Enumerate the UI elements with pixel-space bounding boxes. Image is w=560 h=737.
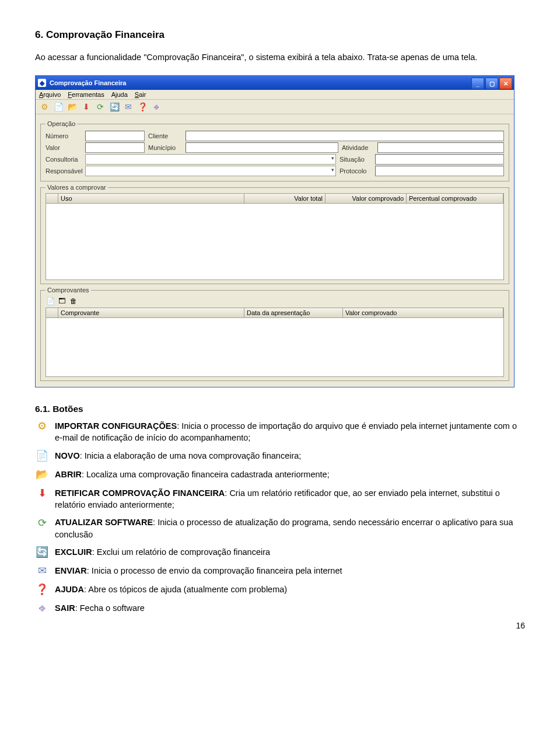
comprovantes-grid-body[interactable]: [46, 318, 504, 377]
combo-consultoria[interactable]: [85, 154, 336, 165]
col-perc: Percentual comprovado: [407, 194, 503, 203]
retify-icon[interactable]: ⬇: [81, 102, 92, 112]
label-consultoria: Consultoria: [46, 156, 82, 163]
maximize-button[interactable]: ▢: [485, 78, 498, 89]
field-numero[interactable]: [85, 131, 145, 141]
comprovantes-legend: Comprovantes: [46, 287, 91, 294]
gear-icon: ⚙: [35, 420, 49, 433]
legend-enviar: ✉ ENVIAR: Inicia o processo de envio da …: [35, 565, 525, 578]
legend-importar: ⚙ IMPORTAR CONFIGURAÇÕES: Inicia o proce…: [35, 420, 525, 444]
label-cliente: Cliente: [148, 132, 182, 139]
label-municipio: Município: [148, 144, 182, 151]
subsection-heading: 6.1. Botões: [35, 404, 525, 414]
menu-arquivo[interactable]: Arquivo: [39, 91, 61, 98]
arrow-down-icon: ⬇: [35, 487, 49, 500]
valores-grid-header: Uso Valor total Valor comprovado Percent…: [46, 193, 504, 204]
section-heading: 6. Comprovação Financeira: [35, 29, 525, 41]
col-valorcomp: Valor comprovado: [326, 194, 407, 203]
send-icon[interactable]: ✉: [123, 102, 134, 112]
legend-abrir: 📂 ABRIR: Localiza uma comprovação financ…: [35, 469, 525, 481]
import-icon[interactable]: ⚙: [39, 102, 50, 112]
operacao-group: Operação Número Cliente Valor Município …: [40, 120, 509, 181]
update-icon[interactable]: ⟳: [95, 102, 106, 112]
app-window: ◆ Comprovação Financeira _ ▢ ✕ Arquivo F…: [35, 75, 514, 387]
new-icon[interactable]: 📄: [53, 102, 64, 112]
label-responsavel: Responsável: [46, 167, 82, 174]
valores-group: Valores a comprovar Uso Valor total Valo…: [40, 184, 509, 284]
operacao-legend: Operação: [46, 120, 77, 127]
open-icon[interactable]: 📂: [67, 102, 78, 112]
field-cliente[interactable]: [186, 131, 504, 141]
window-title: Comprovação Financeira: [50, 79, 126, 86]
exit-door-icon: ⎆: [35, 602, 49, 615]
app-icon: ◆: [38, 79, 46, 87]
menu-ferramentas[interactable]: Ferramentas: [68, 91, 104, 98]
titlebar: ◆ Comprovação Financeira _ ▢ ✕: [36, 76, 514, 90]
col-data: Data da apresentação: [244, 308, 343, 317]
label-protocolo: Protocolo: [340, 167, 372, 174]
combo-responsavel[interactable]: [85, 166, 336, 176]
col-uso: Uso: [58, 194, 244, 203]
valores-legend: Valores a comprovar: [46, 184, 108, 191]
field-situacao[interactable]: [375, 154, 504, 165]
field-protocolo[interactable]: [375, 166, 504, 176]
menubar: Arquivo Ferramentas Ajuda Sair: [36, 90, 514, 100]
col-valorc: Valor comprovado: [343, 308, 503, 317]
intro-paragraph: Ao acessar a funcionalidade "Comprovação…: [35, 51, 525, 64]
page-number: 16: [35, 621, 525, 630]
recycle-icon: 🔄: [35, 546, 49, 559]
exit-icon[interactable]: ⎆: [151, 102, 162, 112]
close-button[interactable]: ✕: [499, 78, 512, 89]
legend-excluir: 🔄 EXCLUIR: Exclui um relatório de compro…: [35, 546, 525, 559]
menu-sair[interactable]: Sair: [135, 91, 146, 98]
menu-ajuda[interactable]: Ajuda: [111, 91, 128, 98]
col-valortotal: Valor total: [244, 194, 326, 203]
delete-icon[interactable]: 🔄: [109, 102, 120, 112]
label-situacao: Situação: [340, 156, 372, 163]
comprovantes-toolbar: 📄 🗔 🗑: [46, 296, 504, 308]
view-doc-icon[interactable]: 🗔: [57, 297, 66, 305]
legend-sair: ⎆ SAIR: Fecha o software: [35, 602, 525, 615]
field-valor[interactable]: [85, 142, 145, 153]
field-municipio[interactable]: [186, 142, 338, 153]
del-doc-icon[interactable]: 🗑: [69, 297, 78, 305]
folder-open-icon: 📂: [35, 469, 49, 481]
document-icon: 📄: [35, 450, 49, 463]
label-numero: Número: [46, 132, 82, 139]
toolbar: ⚙ 📄 📂 ⬇ ⟳ 🔄 ✉ ❓ ⎆: [36, 100, 514, 114]
label-atividade: Atividade: [342, 144, 374, 151]
help-icon: ❓: [35, 584, 49, 596]
valores-grid-body[interactable]: [46, 204, 504, 280]
envelope-icon: ✉: [35, 565, 49, 578]
field-atividade[interactable]: [377, 142, 504, 153]
help-icon[interactable]: ❓: [137, 102, 148, 112]
legend-novo: 📄 NOVO: Inicia a elaboração de uma nova …: [35, 450, 525, 463]
legend-atualizar: ⟳ ATUALIZAR SOFTWARE: Inicia o processo …: [35, 516, 525, 540]
legend-retificar: ⬇ RETIFICAR COMPROVAÇÃO FINANCEIRA: Cria…: [35, 487, 525, 511]
comprovantes-grid-header: Comprovante Data da apresentação Valor c…: [46, 308, 504, 318]
minimize-button[interactable]: _: [471, 78, 484, 89]
col-comprovante: Comprovante: [58, 308, 244, 317]
refresh-icon: ⟳: [35, 516, 49, 529]
comprovantes-group: Comprovantes 📄 🗔 🗑 Comprovante Data da a…: [40, 287, 509, 381]
new-doc-icon[interactable]: 📄: [46, 297, 55, 305]
label-valor: Valor: [46, 144, 82, 151]
button-legend-list: ⚙ IMPORTAR CONFIGURAÇÕES: Inicia o proce…: [35, 420, 525, 615]
legend-ajuda: ❓ AJUDA: Abre os tópicos de ajuda (atual…: [35, 584, 525, 596]
